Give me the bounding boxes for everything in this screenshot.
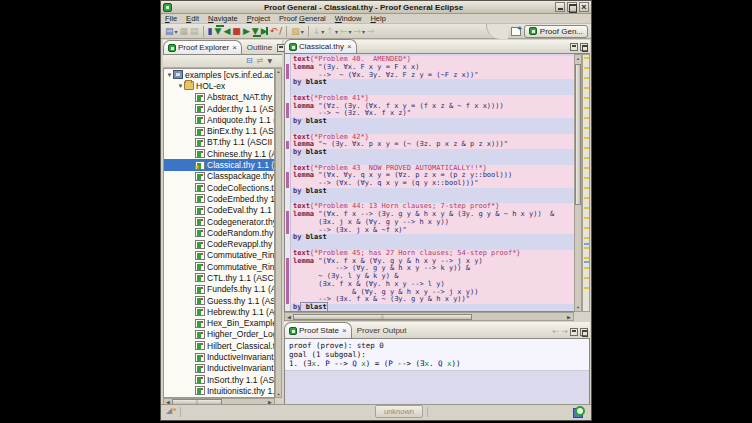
tab-classical-thy[interactable]: Classical.thy × [284, 39, 357, 53]
tree-item[interactable]: InductiveInvariant.thy 1 [164, 363, 274, 374]
editor-line[interactable]: by blast [291, 79, 589, 87]
scroll-right-icon[interactable]: ▶ [565, 314, 573, 320]
tree-item[interactable]: BT.thy 1.1 (ASCII -kkv) [164, 137, 274, 148]
open-perspective-icon[interactable] [511, 27, 521, 36]
prover-status-button[interactable]: unknown [375, 405, 423, 418]
overview-ruler[interactable] [582, 54, 590, 312]
forward-arrow-icon[interactable]: → [561, 327, 568, 336]
tree-item[interactable]: CodeRandom.thy 1.1 ( [164, 227, 274, 238]
occurrence-marker[interactable] [584, 177, 589, 179]
back-arrow-icon[interactable]: ← [553, 327, 560, 336]
expander-icon[interactable]: ▼ [166, 72, 173, 78]
tree-item[interactable]: CodeEmbed.thy 1.1 (A [164, 193, 274, 204]
occurrence-marker[interactable] [584, 287, 589, 289]
editor-horizontal-scrollbar[interactable]: ◀ ▶ [284, 312, 574, 321]
occurrence-marker[interactable] [584, 87, 589, 89]
menu-file[interactable]: File [165, 14, 177, 23]
tree-item[interactable]: Abstract_NAT.thy 1.1 (A [164, 92, 274, 103]
tree-item[interactable]: BinEx.thy 1.1 (ASCII -kl [164, 125, 274, 136]
tree-item[interactable]: Fundefs.thy 1.1 (ASCII [164, 284, 274, 295]
minimize-button[interactable] [555, 2, 565, 12]
close-icon[interactable]: × [232, 43, 237, 52]
tree-item[interactable]: Antiquote.thy 1.1 (ASC [164, 114, 274, 125]
occurrence-marker[interactable] [584, 107, 589, 109]
menu-help[interactable]: Help [370, 14, 385, 23]
open-goals-icon[interactable]: ▮ [208, 25, 213, 37]
link-with-editor-icon[interactable]: ⇄ [257, 56, 264, 66]
minimize-editor-icon[interactable] [570, 43, 578, 51]
tree-item[interactable]: Hebrew.thy 1.1 (ASCII - [164, 306, 274, 317]
tab-proof-state[interactable]: Proof State × [284, 322, 352, 338]
tree-item[interactable]: Commutative_RingEx.th [164, 261, 274, 272]
menu-edit[interactable]: Edit [186, 14, 199, 23]
tab-outline[interactable]: Outline [242, 40, 277, 54]
perspective-button[interactable]: Proof Gen... [524, 25, 588, 38]
tree-item[interactable]: Commutative_Ring_Con [164, 250, 274, 261]
new-wizard-icon[interactable]: ▤▾ [165, 25, 178, 37]
tree-item[interactable]: ▼examples [cvs.inf.ed.ac.uk] [164, 69, 274, 80]
edit-pen-icon[interactable]: / [279, 25, 282, 37]
editor-line[interactable]: --> (∃x. f x & ~ (∃y. g y & h x y))" [291, 296, 589, 304]
tree-item[interactable]: CodeRevappl.thy 1.1 (A [164, 238, 274, 249]
editor-line[interactable]: by blast [291, 149, 589, 157]
occurrence-marker[interactable] [584, 227, 589, 229]
send-to-end-icon[interactable]: ▼ [252, 25, 259, 37]
occurrence-marker[interactable] [584, 127, 589, 129]
occurrence-marker[interactable] [584, 117, 589, 119]
info-marker[interactable] [584, 261, 589, 263]
goto-icon[interactable]: ▶ [261, 25, 268, 37]
tree-item[interactable]: Hex_Bin_Examples.thy [164, 318, 274, 329]
collapse-all-icon[interactable]: ⊟ [246, 56, 253, 66]
tab-proof-explorer[interactable]: Proof Explorer × [163, 40, 242, 54]
maximize-editor-icon[interactable] [580, 43, 588, 51]
tree-item[interactable]: CodeEval.thy 1.1 (ASC [164, 205, 274, 216]
occurrence-marker[interactable] [584, 197, 589, 199]
scroll-left-icon[interactable]: ◀ [285, 314, 293, 320]
occurrence-marker[interactable] [584, 257, 589, 259]
tab-prover-output[interactable]: Prover Output [352, 322, 412, 338]
menu-proof-general[interactable]: Proof General [279, 14, 326, 23]
editor-line[interactable]: by blast [291, 118, 589, 126]
menu-project[interactable]: Project [247, 14, 270, 23]
occurrence-marker[interactable] [584, 57, 589, 59]
fast-view-icon[interactable] [166, 407, 176, 417]
close-icon[interactable]: × [342, 326, 347, 335]
occurrence-marker[interactable] [584, 67, 589, 69]
editor-line[interactable]: --> (∀x. (∀y. q x y = (q y x::bool)))" [291, 180, 589, 188]
occurrence-marker[interactable] [584, 157, 589, 159]
occurrence-marker[interactable] [584, 217, 589, 219]
occurrence-marker[interactable] [584, 167, 589, 169]
retract-all-icon[interactable]: ▼ [215, 25, 222, 37]
menu-window[interactable]: Window [335, 14, 362, 23]
tree-item[interactable]: ▼HOL-ex [164, 80, 274, 91]
menu-navigate[interactable]: Navigate [208, 14, 238, 23]
tree-item[interactable]: InductiveInvariant_exam [164, 351, 274, 362]
editor-vertical-scrollbar[interactable]: ▲ ▼ [574, 54, 582, 312]
expander-icon[interactable]: ▼ [177, 83, 184, 89]
occurrence-marker[interactable] [584, 137, 589, 139]
occurrence-marker[interactable] [584, 237, 589, 239]
tree-item[interactable]: Guess.thy 1.1 (ASCII -k [164, 295, 274, 306]
tree-item[interactable]: Classical.thy 1.1 (ASCI [164, 159, 274, 170]
interrupt-icon[interactable]: ■ [232, 25, 241, 37]
editor-line[interactable]: by blast [291, 304, 589, 311]
scrollbar-thumb[interactable] [575, 64, 581, 205]
editor-line[interactable]: --> ~ (∀x. ∃y. ∀z. F z y = (~F z x))" [291, 72, 589, 80]
scrollbar-thumb[interactable] [293, 314, 472, 320]
close-icon[interactable]: × [347, 42, 352, 51]
view-menu-icon[interactable]: ▼ [267, 56, 272, 66]
occurrence-marker[interactable] [584, 277, 589, 279]
minimize-view-icon[interactable] [570, 328, 578, 336]
info-marker[interactable] [584, 243, 589, 245]
occurrence-marker[interactable] [584, 247, 589, 249]
occurrence-marker[interactable] [584, 267, 589, 269]
tree-item[interactable]: InSort.thy 1.1 (ASCII -k [164, 374, 274, 385]
close-button[interactable] [579, 2, 589, 12]
tree-item[interactable]: Higher_Order_Logic.thy [164, 329, 274, 340]
occurrence-marker[interactable] [584, 187, 589, 189]
editor-line[interactable]: --> ~ (∃z. ∀x. f x z)" [291, 110, 589, 118]
annotation-ruler[interactable] [285, 54, 291, 311]
tree-vertical-scrollbar[interactable]: ▲▼ [275, 68, 282, 398]
tree-item[interactable]: Classpackage.thy 1.1 ( [164, 171, 274, 182]
open-folder-icon[interactable]: ▨▾ [291, 25, 304, 37]
